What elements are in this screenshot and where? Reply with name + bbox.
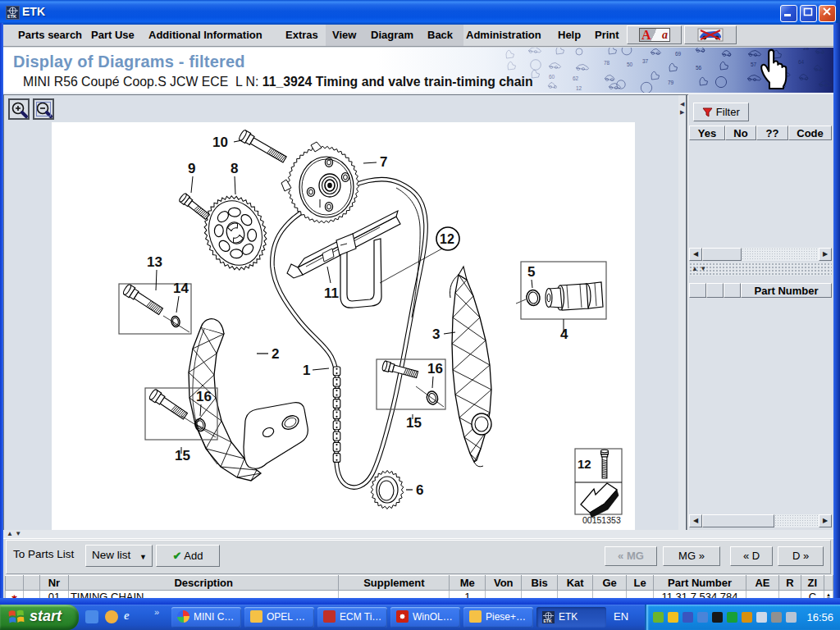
svg-text:7: 7 bbox=[380, 154, 387, 170]
svg-text:60: 60 bbox=[549, 74, 555, 80]
svg-text:15: 15 bbox=[175, 448, 190, 463]
svg-text:12: 12 bbox=[440, 232, 454, 246]
svg-text:4: 4 bbox=[560, 326, 568, 342]
svg-text:5: 5 bbox=[527, 264, 535, 280]
svg-text:15: 15 bbox=[406, 415, 422, 431]
svg-text:57: 57 bbox=[751, 62, 757, 67]
svg-text:3: 3 bbox=[432, 326, 440, 342]
svg-text:11: 11 bbox=[324, 285, 339, 301]
svg-text:10: 10 bbox=[212, 135, 228, 150]
svg-text:00151353: 00151353 bbox=[582, 515, 621, 525]
svg-text:62: 62 bbox=[573, 75, 579, 81]
svg-text:64: 64 bbox=[798, 59, 805, 65]
svg-text:9: 9 bbox=[188, 161, 195, 176]
svg-text:37: 37 bbox=[642, 58, 649, 64]
svg-text:ETK: ETK bbox=[7, 14, 16, 19]
svg-text:14: 14 bbox=[173, 281, 189, 296]
svg-text:69: 69 bbox=[675, 51, 682, 57]
svg-text:8: 8 bbox=[231, 161, 238, 176]
svg-text:16: 16 bbox=[196, 389, 212, 404]
svg-text:1: 1 bbox=[303, 363, 310, 378]
svg-text:6: 6 bbox=[416, 482, 423, 498]
svg-text:12: 12 bbox=[576, 85, 582, 91]
svg-text:16: 16 bbox=[427, 361, 443, 377]
svg-text:79: 79 bbox=[668, 80, 674, 85]
svg-text:12: 12 bbox=[578, 457, 591, 471]
svg-text:13: 13 bbox=[147, 254, 162, 270]
svg-text:56: 56 bbox=[696, 65, 702, 71]
svg-text:28: 28 bbox=[803, 48, 810, 51]
svg-text:2: 2 bbox=[272, 346, 279, 362]
svg-text:78: 78 bbox=[604, 60, 610, 66]
svg-text:ETK: ETK bbox=[544, 619, 552, 623]
svg-text:50: 50 bbox=[627, 62, 633, 67]
